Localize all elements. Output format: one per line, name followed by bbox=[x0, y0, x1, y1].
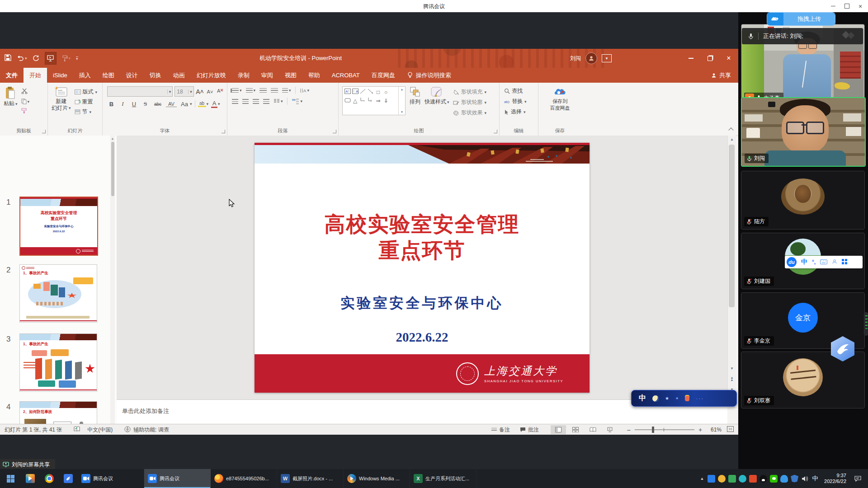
shape-fill-button[interactable]: 形状填充▾ bbox=[453, 87, 487, 97]
reading-view-button[interactable] bbox=[585, 425, 600, 434]
line-spacing-icon[interactable]: ▾ bbox=[282, 88, 291, 93]
taskbar-button-word[interactable]: W 截屏照片.docx - ... bbox=[277, 469, 344, 488]
slideshow-view-button[interactable] bbox=[602, 425, 618, 434]
format-painter-icon[interactable]: ▾ bbox=[62, 55, 71, 61]
drag-upload-button[interactable]: 拖拽上传 bbox=[767, 13, 835, 25]
share-button[interactable]: 共享 bbox=[711, 68, 731, 83]
change-case-icon[interactable]: Aa▾ bbox=[179, 101, 192, 108]
shape-outline-button[interactable]: 形状轮廓▾ bbox=[453, 98, 487, 107]
replace-button[interactable]: ab替换▾ bbox=[504, 97, 538, 106]
slide-date[interactable]: 2022.6.22 bbox=[255, 330, 590, 345]
tab-transitions[interactable]: 切换 bbox=[144, 68, 167, 83]
maximize-icon[interactable] bbox=[840, 0, 854, 12]
tab-draw[interactable]: 绘图 bbox=[97, 68, 120, 83]
font-size-combo[interactable]: 18▾ bbox=[175, 86, 194, 97]
tray-expand-icon[interactable]: ▲ bbox=[698, 476, 706, 481]
participant-tile[interactable]: 刘双寨 bbox=[741, 352, 865, 408]
media-player-app-icon[interactable] bbox=[21, 469, 40, 488]
smartart-convert-icon[interactable]: ▾ bbox=[292, 98, 303, 104]
undo-icon[interactable]: ▾ bbox=[17, 55, 27, 61]
taskbar-button-excel[interactable]: X 生产月系列活动汇... bbox=[410, 469, 476, 488]
language-indicator[interactable]: 中文(中国) bbox=[87, 426, 113, 434]
previous-slide-icon[interactable]: ▲▲ bbox=[728, 374, 736, 383]
cut-icon[interactable] bbox=[21, 88, 30, 96]
spellcheck-icon[interactable] bbox=[74, 426, 80, 433]
taskbar-button-meeting-1[interactable]: 腾讯会议 bbox=[78, 469, 144, 488]
paste-button[interactable]: 粘贴▾ bbox=[4, 86, 18, 108]
numbering-icon[interactable]: ▾ bbox=[246, 88, 256, 93]
shapes-more-icon[interactable]: ▾ bbox=[401, 110, 403, 114]
increase-indent-icon[interactable] bbox=[271, 88, 278, 93]
ime-toolbar-night[interactable]: 中 ★ ★ ··· bbox=[631, 390, 737, 407]
select-button[interactable]: 选择▾ bbox=[504, 107, 538, 117]
layout-button[interactable]: 版式▾ bbox=[75, 87, 98, 97]
user-name[interactable]: 刘闯 bbox=[570, 55, 581, 62]
slide-sorter-view-button[interactable] bbox=[568, 425, 583, 434]
save-icon[interactable] bbox=[5, 54, 11, 63]
paragraph-dialog-launcher[interactable] bbox=[333, 130, 336, 133]
accessibility-status[interactable]: 辅助功能: 调查 bbox=[133, 426, 169, 434]
ime-punctuation-icon[interactable]: °, bbox=[812, 259, 816, 265]
text-direction-icon[interactable]: A▾ bbox=[300, 88, 310, 94]
participant-tile-speaking[interactable]: 刘闯 bbox=[741, 97, 866, 167]
save-to-baidu-pan-button[interactable]: 保存到 百度网盘 bbox=[550, 86, 570, 112]
tab-help[interactable]: 帮助 bbox=[302, 68, 326, 83]
zoom-percent[interactable]: 61% bbox=[704, 427, 722, 433]
justify-icon[interactable] bbox=[263, 99, 269, 104]
tab-design[interactable]: 设计 bbox=[120, 68, 144, 83]
clipboard-dialog-launcher[interactable] bbox=[42, 130, 46, 133]
shrink-font-icon[interactable]: A˅ bbox=[206, 89, 214, 94]
grow-font-icon[interactable]: A˄ bbox=[196, 88, 204, 95]
scroll-up-icon[interactable]: ▲ bbox=[728, 136, 736, 143]
tray-icon-qq[interactable] bbox=[760, 475, 767, 483]
find-button[interactable]: 查找 bbox=[504, 86, 538, 96]
arrange-button[interactable]: 排列 bbox=[409, 86, 421, 106]
start-slideshow-icon[interactable] bbox=[45, 52, 57, 65]
tab-record[interactable]: 录制 bbox=[232, 68, 255, 83]
zoom-slider[interactable] bbox=[635, 429, 694, 430]
close-icon[interactable]: × bbox=[854, 0, 867, 12]
align-center-icon[interactable] bbox=[242, 99, 249, 104]
ime-mode-indicator[interactable]: 中 bbox=[639, 394, 646, 403]
panel-scrollbar[interactable] bbox=[864, 313, 868, 335]
scroll-down-icon[interactable]: ▼ bbox=[728, 365, 736, 371]
ppt-restore-icon[interactable] bbox=[700, 49, 719, 68]
notes-toggle[interactable]: 备注 bbox=[491, 426, 510, 434]
slide-title-line1[interactable]: 高校实验室安全管理 bbox=[255, 211, 590, 239]
zoom-in-icon[interactable]: + bbox=[696, 426, 704, 433]
action-center-icon[interactable] bbox=[850, 476, 865, 482]
new-slide-button[interactable]: 新建 幻灯片▾ bbox=[52, 86, 71, 112]
tray-icon-shield[interactable] bbox=[791, 475, 798, 483]
tab-baidu-pan[interactable]: 百度网盘 bbox=[366, 68, 401, 83]
tab-home[interactable]: 开始 bbox=[24, 68, 47, 83]
ime-mode-indicator[interactable]: 中 bbox=[801, 258, 807, 266]
tab-insert[interactable]: 插入 bbox=[73, 68, 97, 83]
underline-icon[interactable]: U bbox=[130, 101, 138, 108]
browser-app-icon[interactable] bbox=[40, 469, 59, 488]
tray-icon-blue[interactable] bbox=[708, 475, 715, 483]
tray-ime-indicator[interactable]: 中 bbox=[810, 474, 821, 483]
accessibility-icon[interactable] bbox=[124, 426, 131, 434]
font-dialog-launcher[interactable] bbox=[222, 130, 225, 133]
participant-tile[interactable]: 陆方 bbox=[741, 171, 865, 230]
taskbar-button-firefox[interactable]: e874555495026b... bbox=[211, 469, 277, 488]
slide-thumbnail-4[interactable]: 2、如何防范事故 SOP bbox=[19, 401, 97, 424]
font-color-icon[interactable]: A▾ bbox=[211, 100, 220, 108]
section-button[interactable]: 节▾ bbox=[75, 107, 98, 117]
xunlei-app-icon[interactable] bbox=[59, 469, 78, 488]
tab-review[interactable]: 审阅 bbox=[255, 68, 279, 83]
quick-styles-button[interactable]: 快速样式▾ bbox=[425, 86, 449, 106]
minimize-icon[interactable] bbox=[826, 0, 840, 12]
ime-person-icon[interactable] bbox=[832, 258, 837, 266]
ribbon-display-options-icon[interactable]: ▾ bbox=[602, 54, 612, 62]
slide-thumbnail-3[interactable]: 1、事故的产生 bbox=[19, 333, 97, 392]
taskbar-button-media-player[interactable]: Windows Media ... bbox=[344, 469, 410, 488]
highlight-color-icon[interactable]: ab▾ bbox=[198, 101, 209, 107]
tab-acrobat[interactable]: ACROBAT bbox=[326, 68, 366, 83]
thumbnail-scrollbar[interactable]: ▲ bbox=[110, 136, 115, 424]
shapes-scroll-up-icon[interactable]: ▴ bbox=[401, 88, 403, 91]
ime-more-dots[interactable]: ··· bbox=[696, 395, 704, 402]
normal-view-button[interactable] bbox=[551, 425, 566, 434]
italic-icon[interactable]: I bbox=[118, 100, 127, 108]
zoom-out-icon[interactable]: − bbox=[625, 426, 633, 434]
